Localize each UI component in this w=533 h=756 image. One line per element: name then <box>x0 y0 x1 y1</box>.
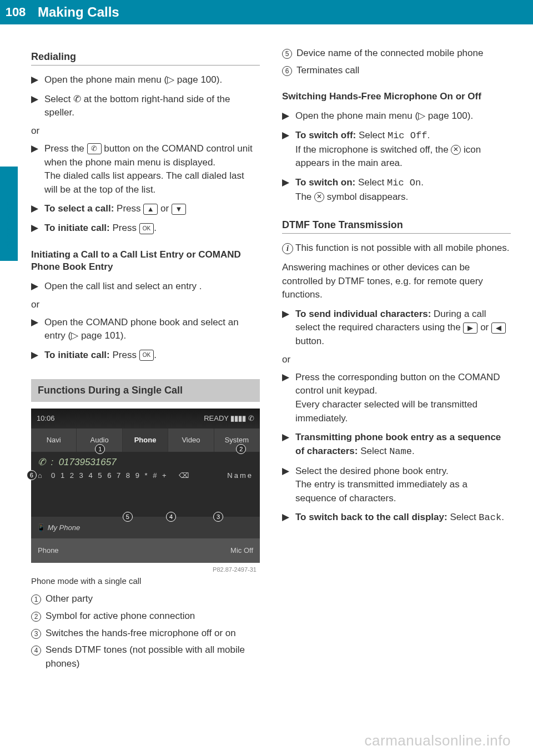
legend-num: 1 <box>31 594 41 604</box>
legend-item: 5 Device name of the connected mobile ph… <box>282 47 511 61</box>
up-button-icon: ▲ <box>143 204 158 215</box>
step-marker: ▶ <box>282 371 295 426</box>
step-marker: ▶ <box>282 465 295 506</box>
step-marker: ▶ <box>282 511 295 525</box>
left-button-icon: ◀ <box>491 322 506 334</box>
step: ▶ Select the desired phone book entry. T… <box>282 465 511 506</box>
legend-item: 1 Other party <box>31 592 260 606</box>
step-marker: ▶ <box>282 176 295 204</box>
step-marker: ▶ <box>282 109 295 123</box>
left-column: Redialing ▶ Open the phone main menu (▷ … <box>31 47 260 674</box>
page-number: 108 <box>0 0 31 24</box>
right-button-icon: ▶ <box>463 322 477 334</box>
fig-ready: READY ▮▮▮▮ ✆ <box>204 414 254 422</box>
step: ▶ To switch on: Select Mic On. The ✕ sym… <box>282 176 511 204</box>
fig-tab-video: Video <box>168 429 214 452</box>
step: ▶ Press the ✆ button on the COMAND contr… <box>31 142 260 197</box>
step: ▶ Press the corresponding button on the … <box>282 371 511 426</box>
call-button-icon: ✆ <box>87 143 102 154</box>
step-marker: ▶ <box>282 129 295 170</box>
step: ▶ To select a call: Press ▲ or ▼ <box>31 202 260 216</box>
legend-item: 2 Symbol for active phone connection <box>31 609 260 623</box>
step-text: To switch off: Select Mic Off. If the mi… <box>295 129 511 170</box>
mic-off-icon: ✕ <box>314 192 324 202</box>
fig-number: ✆ : 01739531657 <box>38 456 253 468</box>
watermark: carmanualsonline.info <box>365 732 511 749</box>
side-tab-label: Telephone <box>3 200 16 255</box>
step: ▶ Open the call list and select an entry… <box>31 280 260 294</box>
fig-tab-phone: Phone <box>123 429 168 452</box>
step: ▶ To initiate call: Press OK. <box>31 221 260 235</box>
step-text: Open the call list and select an entry . <box>44 280 260 294</box>
step-text: Press the corresponding button on the CO… <box>295 371 511 426</box>
step-marker: ▶ <box>31 349 44 362</box>
step-text: To select a call: Press ▲ or ▼ <box>44 202 260 216</box>
info-note: i This function is not possible with all… <box>282 241 511 255</box>
dtmf-heading: DTMF Tone Transmission <box>282 219 511 234</box>
legend-num: 5 <box>282 49 292 59</box>
ok-button-icon: OK <box>139 350 154 361</box>
step: ▶ To send individual characters: During … <box>282 308 511 349</box>
legend-text: Symbol for active phone connection <box>46 609 195 623</box>
fig-phone-label: Phone <box>38 546 59 555</box>
step-text: Open the phone main menu (▷ page 100). <box>295 109 511 123</box>
comand-figure: 10:06 READY ▮▮▮▮ ✆ Navi Audio Phone Vide… <box>31 409 260 563</box>
initcall-heading: Initiating a Call to a Call List Entry o… <box>31 249 260 273</box>
step-text: To switch on: Select Mic On. The ✕ symbo… <box>295 176 511 204</box>
step-text: To initiate call: Press OK. <box>44 221 260 235</box>
legend-num: 6 <box>282 66 292 76</box>
legend-num: 4 <box>31 646 41 656</box>
functions-heading: Functions During a Single Call <box>31 379 260 402</box>
or-separator: or <box>282 354 511 365</box>
step-marker: ▶ <box>31 73 44 87</box>
paragraph: Answering machines or other devices can … <box>282 261 511 302</box>
legend-text: Switches the hands-free microphone off o… <box>46 627 236 641</box>
callout-1: 1 <box>95 444 105 454</box>
legend-text: Device name of the connected mobile phon… <box>296 47 483 61</box>
right-column: 5 Device name of the connected mobile ph… <box>282 47 511 674</box>
callout-5: 5 <box>123 512 133 522</box>
step: ▶ To initiate call: Press OK. <box>31 349 260 362</box>
step: ▶ Select ✆ at the bottom right-hand side… <box>31 93 260 120</box>
legend-num: 3 <box>31 629 41 639</box>
callout-2: 2 <box>236 444 246 454</box>
step-marker: ▶ <box>31 316 44 343</box>
figure-wrap: 10:06 READY ▮▮▮▮ ✆ Navi Audio Phone Vide… <box>31 409 260 563</box>
figure-code: P82.87-2497-31 <box>213 566 257 573</box>
fig-micoff-label: Mic Off <box>230 546 253 555</box>
step-marker: ▶ <box>31 202 44 216</box>
step: ▶ Open the phone main menu (▷ page 100). <box>282 109 511 123</box>
figure-caption: Phone mode with a single call <box>31 576 260 586</box>
step: ▶ To switch off: Select Mic Off. If the … <box>282 129 511 170</box>
step-text: To switch back to the call display: Sele… <box>295 511 511 525</box>
fig-dtmf-row: ⌂ 0 1 2 3 4 5 6 7 8 9 * # + ⌫ Name <box>38 471 253 480</box>
mic-off-icon: ✕ <box>451 145 461 155</box>
info-text: This function is not possible with all m… <box>295 241 511 255</box>
step: ▶ Open the COMAND phone book and select … <box>31 316 260 343</box>
legend-text: Sends DTMF tones (not possible with all … <box>46 643 260 671</box>
step-marker: ▶ <box>31 280 44 294</box>
step-marker: ▶ <box>282 431 295 458</box>
or-separator: or <box>31 125 260 137</box>
step-marker: ▶ <box>31 93 44 120</box>
redialing-heading: Redialing <box>31 51 260 65</box>
step-text: Open the phone main menu (▷ page 100). <box>44 73 260 87</box>
step-marker: ▶ <box>31 221 44 235</box>
step: ▶ To switch back to the call display: Se… <box>282 511 511 525</box>
legend-item: 3 Switches the hands-free microphone off… <box>31 627 260 641</box>
step: ▶ Transmitting phone book entry as a seq… <box>282 431 511 458</box>
fig-tab-navi: Navi <box>31 429 77 452</box>
legend-num: 2 <box>31 612 41 622</box>
or-separator: or <box>31 299 260 310</box>
step-text: To initiate call: Press OK. <box>44 349 260 362</box>
page-header: 108 Making Calls <box>0 0 533 24</box>
ok-button-icon: OK <box>139 223 154 234</box>
callout-6: 6 <box>27 470 37 480</box>
down-button-icon: ▼ <box>172 204 186 215</box>
handsfree-heading: Switching Hands-Free Microphone On or Of… <box>282 90 511 103</box>
legend-item: 4 Sends DTMF tones (not possible with al… <box>31 643 260 671</box>
legend-text: Terminates call <box>296 64 359 78</box>
step-text: Open the COMAND phone book and select an… <box>44 316 260 343</box>
legend-text: Other party <box>46 592 93 606</box>
info-icon: i <box>282 243 293 254</box>
